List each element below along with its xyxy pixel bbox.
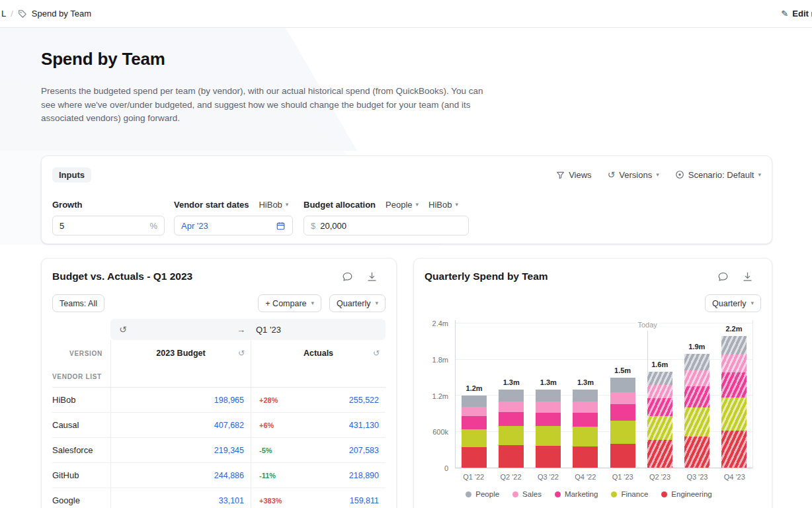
bar-segment[interactable]: [610, 444, 635, 468]
budget-value[interactable]: 33,101: [110, 488, 251, 508]
bar-segment[interactable]: [499, 445, 524, 468]
stacked-bar[interactable]: [684, 354, 710, 468]
bar-segment[interactable]: [610, 404, 635, 421]
legend-item[interactable]: Engineering: [661, 490, 711, 498]
download-icon[interactable]: [366, 271, 378, 282]
bar-segment[interactable]: [536, 446, 561, 468]
team-select[interactable]: People ▾: [386, 200, 419, 210]
compare-button[interactable]: + Compare ▾: [258, 294, 321, 312]
bar-segment[interactable]: [647, 372, 672, 385]
bar-segment[interactable]: [721, 398, 747, 431]
vendor-name[interactable]: Causal: [52, 420, 110, 430]
period-dropdown[interactable]: Quarterly ▾: [705, 294, 761, 312]
comment-icon[interactable]: [342, 271, 353, 282]
bar-segment[interactable]: [536, 413, 561, 427]
column-budget[interactable]: 2023 Budget ↺: [110, 340, 251, 366]
history-icon[interactable]: ↺: [238, 349, 245, 358]
budget-value[interactable]: 219,345: [110, 438, 251, 462]
download-icon[interactable]: [742, 271, 753, 282]
vendor-select[interactable]: HiBob ▾: [259, 200, 288, 210]
bar-segment[interactable]: [462, 429, 487, 447]
bar-segment[interactable]: [610, 378, 635, 392]
bar-segment[interactable]: [573, 413, 598, 427]
budget-value[interactable]: 198,965: [110, 388, 251, 412]
legend-item[interactable]: Finance: [611, 490, 648, 498]
actuals-value[interactable]: 218,890: [349, 471, 379, 480]
start-date-input[interactable]: Apr '23: [174, 216, 293, 235]
bar-segment[interactable]: [499, 390, 524, 402]
next-period-arrow[interactable]: →: [237, 325, 245, 335]
legend-item[interactable]: Sales: [512, 490, 542, 498]
legend-item[interactable]: Marketing: [555, 490, 598, 498]
bar-segment[interactable]: [573, 427, 598, 446]
teams-filter-chip[interactable]: Teams: All: [52, 294, 104, 312]
comment-icon[interactable]: [717, 271, 729, 282]
bar-segment[interactable]: [647, 440, 672, 468]
budget-value[interactable]: 407,682: [110, 413, 251, 437]
stacked-bar[interactable]: [610, 378, 635, 468]
column-budget-label: 2023 Budget: [156, 349, 205, 358]
bar-segment[interactable]: [647, 398, 672, 416]
breadcrumb-current[interactable]: Spend by Team: [32, 9, 91, 19]
bar-segment[interactable]: [462, 416, 487, 429]
budget-value[interactable]: 244,886: [110, 463, 251, 487]
bar-segment[interactable]: [721, 431, 747, 468]
bar-segment[interactable]: [684, 407, 710, 437]
stacked-bar[interactable]: [536, 390, 561, 468]
column-actuals[interactable]: Actuals ↺: [251, 340, 386, 366]
versions-button[interactable]: ↺ Versions ▾: [608, 170, 659, 180]
bar-segment[interactable]: [573, 390, 598, 402]
scenario-button[interactable]: Scenario: Default ▾: [675, 170, 761, 180]
bar-segment[interactable]: [573, 402, 598, 412]
bar-segment[interactable]: [610, 392, 635, 404]
actuals-value[interactable]: 431,130: [349, 421, 379, 430]
bar-segment[interactable]: [684, 354, 710, 370]
bar-segment[interactable]: [721, 355, 747, 372]
column-actuals-label: Actuals: [304, 349, 333, 358]
stacked-bar[interactable]: [721, 336, 747, 468]
bar-segment[interactable]: [536, 390, 561, 402]
bar-segment[interactable]: [647, 416, 672, 440]
bar-segment[interactable]: [462, 396, 487, 406]
growth-input[interactable]: 5 %: [52, 216, 165, 235]
bar-segment[interactable]: [721, 336, 747, 355]
bar-segment[interactable]: [573, 446, 598, 468]
vendor-list-label: VENDOR LIST: [52, 373, 110, 380]
history-icon[interactable]: ↺: [373, 349, 380, 358]
inputs-tab[interactable]: Inputs: [52, 167, 91, 183]
budget-allocation-input[interactable]: $ 20,000: [304, 216, 469, 235]
delta-value: +6%: [259, 421, 274, 429]
bar-segment[interactable]: [536, 402, 561, 412]
bar-segment[interactable]: [462, 447, 487, 468]
bar-segment[interactable]: [684, 386, 710, 408]
bar-segment[interactable]: [499, 402, 524, 411]
stacked-bar[interactable]: [462, 396, 487, 468]
actuals-value[interactable]: 207,583: [349, 446, 379, 455]
legend-item[interactable]: People: [466, 490, 499, 498]
bar-segment[interactable]: [647, 385, 672, 398]
views-button[interactable]: Views: [556, 170, 591, 180]
vendor-name[interactable]: GitHub: [52, 470, 110, 480]
history-icon[interactable]: ↺: [119, 325, 127, 334]
bar-segment[interactable]: [684, 370, 710, 386]
bar-segment[interactable]: [462, 407, 487, 417]
bar-segment[interactable]: [684, 437, 710, 468]
breadcrumb-root[interactable]: L: [1, 9, 6, 19]
edit-model-button[interactable]: ✎ Edit m: [781, 9, 812, 19]
allocation-vendor-select[interactable]: HiBob ▾: [428, 200, 458, 210]
vendor-name[interactable]: Salesforce: [52, 445, 110, 455]
vendor-name[interactable]: HiBob: [52, 395, 110, 405]
bar-segment[interactable]: [499, 412, 524, 427]
stacked-bar[interactable]: [647, 372, 672, 468]
stacked-bar[interactable]: [573, 390, 598, 468]
vendor-name[interactable]: Google: [52, 495, 110, 505]
bar-segment[interactable]: [721, 372, 747, 398]
actuals-value[interactable]: 255,522: [349, 396, 379, 405]
actuals-value[interactable]: 159,811: [350, 496, 379, 505]
period-dropdown[interactable]: Quarterly ▾: [329, 294, 386, 312]
current-period-label[interactable]: Q1 '23: [256, 325, 281, 335]
bar-segment[interactable]: [610, 421, 635, 443]
bar-segment[interactable]: [499, 426, 524, 445]
bar-segment[interactable]: [536, 426, 561, 446]
stacked-bar[interactable]: [499, 390, 524, 468]
